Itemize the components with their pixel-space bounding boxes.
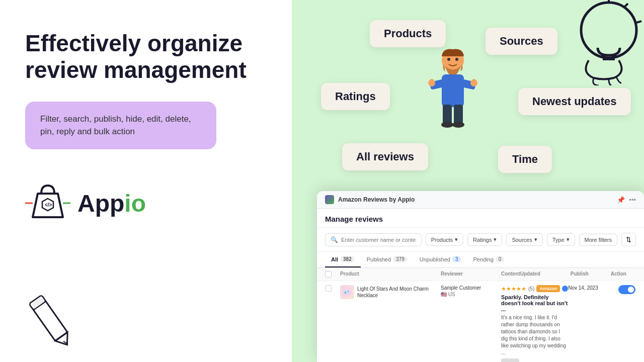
search-input[interactable] [341,237,416,243]
bubble-newest: Newest updates [518,88,631,115]
subtitle-box: Filter, search, publish, hide, edit, del… [25,102,216,149]
svg-line-14 [636,21,641,23]
svg-point-16 [447,58,450,61]
review-body: It's a nice ring. I like it. I'd rather … [501,314,568,356]
heading-line1: Effectively organize [25,30,243,56]
tab-published[interactable]: Published 379 [361,252,414,267]
logo-text: Appio [77,190,146,217]
verified-dot [562,286,568,292]
pin-icon[interactable]: 📌 [617,196,625,204]
tab-all-badge: 382 [340,256,355,262]
th-checkbox [325,271,340,278]
bubble-allreviews: All reviews [342,143,428,170]
row-content: ★★★★★ (5) Amazon Sparkly. Definitely doe… [501,285,568,362]
chevron-down-icon: ▾ [567,236,570,243]
th-publish: Publish [571,271,611,278]
svg-point-24 [452,122,464,128]
svg-point-23 [441,122,453,128]
sources-filter-label: Sources [512,237,532,243]
row-updated: Nov 14, 2023 [568,285,618,291]
bubble-ratings: Ratings [321,83,390,110]
chevron-down-icon: ▾ [534,236,537,243]
row-reviewer: Sample Customer 🇺🇸 US [441,285,501,297]
pencil-icon [15,287,96,352]
left-panel: Effectively organize review management F… [0,0,292,362]
product-name: Light Of Stars And Moon Charm Necklace [357,286,441,299]
tab-unpublished[interactable]: Unpublished 3 [414,252,467,267]
tab-published-label: Published [367,256,391,262]
chevron-down-icon: ▾ [455,236,458,243]
reviewer-flag: 🇺🇸 US [441,292,501,297]
table-header: Product Reviewer Content Updated Publish… [317,268,644,281]
more-filters-label: More filters [585,237,612,243]
bubble-time: Time [498,146,552,173]
products-filter-btn[interactable]: Products ▾ [426,233,463,246]
right-panel: Products Sources Ratings Newest updates … [292,0,644,362]
tab-pending[interactable]: Pending 0 [467,252,510,267]
app-title: Amazon Reviews by Appio [338,196,415,203]
amazon-badge: Amazon [536,285,560,292]
svg-line-13 [624,4,628,8]
sort-btn[interactable]: ⇅ [621,233,636,246]
logo-app: App [77,190,124,217]
logo-area: </> Appio [25,179,267,227]
table-row: 💎 Light Of Stars And Moon Charm Necklace… [317,281,644,362]
tab-pending-badge: 0 [496,256,505,262]
tab-published-badge: 379 [393,256,408,262]
search-icon: 🔍 [331,236,338,243]
row-product: 💎 Light Of Stars And Moon Charm Necklace [340,285,441,299]
products-filter-label: Products [431,237,453,243]
th-action: Action [611,271,644,278]
svg-point-17 [455,58,458,61]
row-checkbox[interactable] [325,285,332,292]
review-image [501,358,519,362]
type-filter-btn[interactable]: Type ▾ [547,233,575,246]
th-content: Content [501,271,520,278]
header-checkbox[interactable] [325,271,332,278]
review-title: Sparkly. Definitely doesn't look real bu… [501,294,568,312]
logo-icon: </> [25,179,70,227]
app-header-right: 📌 ••• [617,196,636,204]
tab-pending-label: Pending [473,256,493,262]
tab-unpublished-badge: 3 [452,256,461,262]
stars: ★★★★★ [501,286,526,292]
th-updated: Updated [520,271,571,278]
search-wrap[interactable]: 🔍 [325,233,422,246]
svg-point-9 [581,3,636,58]
heading-line2: review management [25,57,247,83]
svg-text:</>: </> [45,202,52,208]
bubble-products: Products [370,20,446,47]
svg-text:💎: 💎 [344,290,350,296]
logo-io: io [124,190,146,217]
chevron-down-icon: ▾ [494,236,497,243]
app-header-left: Amazon Reviews by Appio [325,195,415,204]
tab-all-label: All [331,256,338,262]
svg-rect-18 [442,74,464,107]
lightbulb-icon [558,0,644,85]
manage-title-text: Manage reviews [325,215,383,223]
tabs-row: All 382 Published 379 Unpublished 3 Pend… [317,252,644,268]
main-heading: Effectively organize review management [25,30,267,83]
stars-row: ★★★★★ (5) Amazon [501,285,568,292]
tab-all[interactable]: All 382 [325,252,361,267]
review-count: (5) [528,286,534,292]
sources-filter-btn[interactable]: Sources ▾ [506,233,542,246]
subtitle-text: Filter, search, publish, hide, edit, del… [40,113,201,138]
type-filter-label: Type [552,237,565,243]
app-header: Amazon Reviews by Appio 📌 ••• [317,191,644,209]
more-icon[interactable]: ••• [629,196,636,204]
product-thumbnail: 💎 [340,285,354,299]
filter-bar: 🔍 Products ▾ Ratings ▾ Sources ▾ Type ▾ … [317,228,644,252]
more-filters-btn[interactable]: More filters [579,234,617,246]
manage-title: Manage reviews [317,209,644,228]
reviewer-name: Sample Customer [441,285,501,291]
ratings-filter-btn[interactable]: Ratings ▾ [467,233,502,246]
th-reviewer: Reviewer [441,271,501,278]
publish-toggle[interactable] [618,285,635,294]
app-icon [325,195,334,204]
bubble-sources: Sources [486,28,557,55]
svg-marker-5 [55,332,73,349]
ratings-filter-label: Ratings [473,237,492,243]
svg-rect-7 [29,295,46,310]
character-illustration [428,45,478,146]
